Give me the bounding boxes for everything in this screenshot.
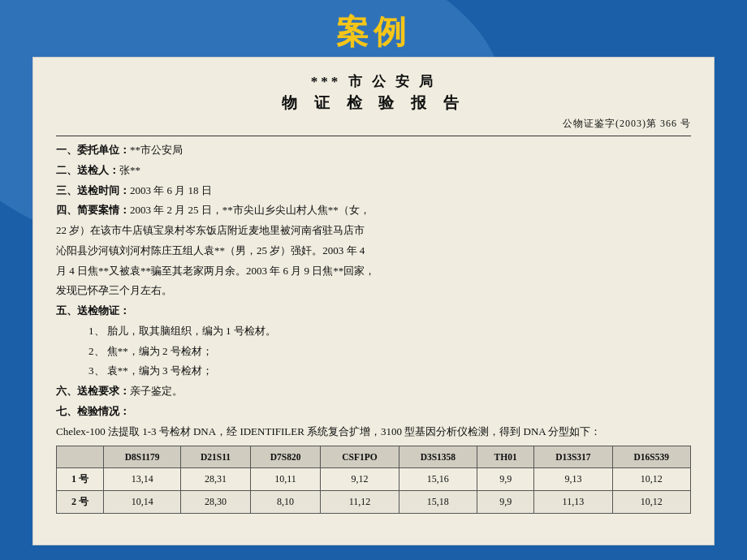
col-d7s820: D7S820 [250,446,321,468]
item-1: 1、 胎儿，取其脑组织，编为 1 号检材。 [56,322,691,341]
field-2: 二、送检人：张** [56,162,691,180]
header-line1: *** 市 公 安 局 [56,72,691,91]
field-3: 三、送检时间：2003 年 6 月 18 日 [56,182,691,200]
field-7-label: 七、检验情况： [56,405,130,417]
field-6-value: 亲子鉴定。 [130,385,183,397]
row-1-label: 1 号 [57,468,104,491]
table-header-row: D8S1179 D21S11 D7S820 CSF1PO D3S1358 TH0… [57,446,691,468]
row-1-d13s317: 9,13 [534,468,612,491]
field-3-value: 2003 年 6 月 18 日 [130,184,212,196]
row-1-d7s820: 10,11 [250,468,321,491]
field-7: 七、检验情况： [56,403,691,421]
row-2-d8s1179: 10,14 [104,491,181,514]
item-3: 3、 袁**，编为 3 号检材； [56,362,691,381]
case-text-line2: 22 岁）在该市牛店镇宝泉村岑东饭店附近麦地里被河南省驻马店市 [56,222,691,240]
table-row-1: 1 号 13,14 28,31 10,11 9,12 15,16 9,9 9,1… [57,468,691,491]
document-header: *** 市 公 安 局 物 证 检 验 报 告 公物证鉴字(2003)第 366… [56,72,691,131]
header-line2: 物 证 检 验 报 告 [56,93,691,114]
field-1: 一、委托单位：**市公安局 [56,141,691,160]
case-text-line5: 发现已怀孕三个月左右。 [56,282,691,300]
row-2-csf1po: 11,12 [321,491,399,514]
table-row-2: 2 号 10,14 28,30 8,10 11,12 15,18 9,9 11,… [57,491,691,514]
field-4-label: 四、简要案情： [56,204,130,216]
field-5-label: 五、送检物证： [56,304,130,317]
inspection-text: Chelex-100 法提取 1-3 号检材 DNA，经 IDENTIFILER… [56,423,691,442]
col-d21s11: D21S11 [181,446,250,468]
field-6: 六、送检要求：亲子鉴定。 [56,382,691,401]
row-2-th01: 9,9 [477,491,534,514]
document-container: *** 市 公 安 局 物 证 检 验 报 告 公物证鉴字(2003)第 366… [32,57,715,545]
field-6-label: 六、送检要求： [56,385,130,397]
field-1-label: 一、委托单位： [56,144,130,156]
row-1-d16s539: 10,12 [612,468,690,491]
col-d13s317: D13S317 [534,446,612,468]
col-label [57,446,104,468]
field-4-value: 2003 年 2 月 25 日，**市尖山乡尖山村人焦**（女， [130,204,370,216]
row-2-label: 2 号 [57,491,104,514]
row-1-th01: 9,9 [477,468,534,491]
col-th01: TH01 [477,446,534,468]
field-1-value: **市公安局 [130,144,183,156]
field-5: 五、送检物证： [56,302,691,321]
col-csf1po: CSF1PO [321,446,399,468]
field-4: 四、简要案情：2003 年 2 月 25 日，**市尖山乡尖山村人焦**（女， [56,201,691,220]
case-text-line3: 沁阳县沙河镇刘河村陈庄五组人袁**（男，25 岁）强奸。2003 年 4 [56,242,691,261]
case-text-line4: 月 4 日焦**又被袁**骗至其老家两月余。2003 年 6 月 9 日焦**回… [56,262,691,281]
col-d8s1179: D8S1179 [104,446,181,468]
row-1-csf1po: 9,12 [321,468,399,491]
row-2-d3s1358: 15,18 [399,491,477,514]
col-d16s539: D16S539 [612,446,690,468]
row-2-d16s539: 10,12 [612,491,690,514]
row-1-d3s1358: 15,16 [399,468,477,491]
row-2-d7s820: 8,10 [250,491,321,514]
divider [56,136,691,136]
slide-title: 案例 [0,0,747,62]
row-2-d21s11: 28,30 [181,491,250,514]
doc-body: 一、委托单位：**市公安局 二、送检人：张** 三、送检时间：2003 年 6 … [56,141,691,514]
title-text: 案例 [336,14,411,50]
item-2: 2、 焦**，编为 2 号检材； [56,342,691,361]
field-2-value: 张** [119,164,140,176]
dna-table: D8S1179 D21S11 D7S820 CSF1PO D3S1358 TH0… [56,446,691,514]
col-d3s1358: D3S1358 [399,446,477,468]
row-1-d8s1179: 13,14 [104,468,181,491]
field-2-label: 二、送检人： [56,164,119,176]
row-1-d21s11: 28,31 [181,468,250,491]
doc-number: 公物证鉴字(2003)第 366 号 [56,117,691,131]
field-3-label: 三、送检时间： [56,184,130,196]
row-2-d13s317: 11,13 [534,491,612,514]
